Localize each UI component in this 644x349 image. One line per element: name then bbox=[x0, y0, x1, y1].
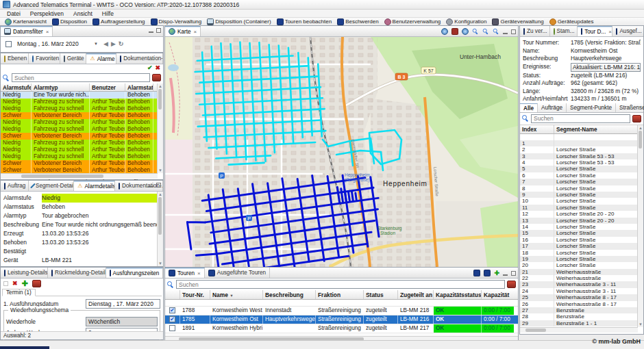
maximize-icon[interactable] bbox=[156, 28, 161, 33]
col-status[interactable]: Status bbox=[364, 290, 398, 299]
alarm-row[interactable]: NiedrigFahrzeug zu schnellArthur TeuberB… bbox=[1, 146, 163, 153]
chevron-down-icon[interactable]: ▼ bbox=[94, 42, 98, 46]
minimize-icon[interactable] bbox=[503, 271, 508, 276]
segment-row[interactable]: 26Weiherhausstraße 8 - 17 bbox=[520, 301, 638, 307]
segment-row[interactable]: 16Lorscher Straße bbox=[520, 237, 638, 243]
tab-datumsfilter[interactable]: Datumsfilter× bbox=[1, 26, 53, 36]
segment-row[interactable]: 7Lorscher Straße bbox=[520, 179, 638, 185]
details-vscrollbar[interactable]: ▲ ▼ bbox=[157, 192, 163, 266]
alarm-row[interactable]: SchwerVerbotener BereichArthur TeuberBeh… bbox=[1, 167, 163, 173]
tab-ausgefuehrt[interactable]: Ausgef... bbox=[612, 26, 643, 36]
alarm-row[interactable]: SchwerVerbotener BereichArthur TeuberBeh… bbox=[1, 112, 163, 119]
segment-row[interactable]: 17Lorscher Straße bbox=[520, 243, 638, 249]
subtab-auftraege[interactable]: Aufträge bbox=[538, 103, 567, 112]
segment-row[interactable]: 8Lorscher Straße bbox=[520, 185, 638, 192]
segment-row[interactable]: 22Weiherhausstraße bbox=[520, 275, 638, 281]
segment-row[interactable]: 5Lorscher Straße bbox=[520, 166, 638, 172]
segment-row[interactable]: 19Lorscher Straße bbox=[520, 256, 638, 262]
segment-row[interactable]: 3Lorscher Straße 53 - 53 bbox=[520, 153, 638, 159]
tab-zu-verteilen[interactable]: Zu ver... bbox=[520, 26, 550, 36]
toolbar-item-5[interactable]: Touren beobachten bbox=[274, 18, 335, 25]
maximize-icon[interactable] bbox=[156, 183, 161, 188]
col-beschreibung[interactable]: Beschreibung bbox=[263, 290, 316, 299]
segment-hscrollbar[interactable] bbox=[520, 327, 638, 333]
print-icon[interactable] bbox=[507, 281, 516, 288]
menu-hilfe[interactable]: Hilfe bbox=[98, 10, 118, 17]
segment-search-input[interactable] bbox=[531, 114, 630, 123]
tab-ausgefuehrte-touren[interactable]: Ausgeführte Touren bbox=[205, 268, 270, 278]
tab-segment-details[interactable]: Segment-Details bbox=[29, 181, 74, 191]
alarm-row[interactable]: NiedrigEine Tour wurde nich...Behoben bbox=[1, 92, 163, 99]
tour-row[interactable]: ✔1785Kornwestheim OstHauptverkehrswegeSt… bbox=[165, 315, 518, 324]
col-name[interactable]: Name ▼ bbox=[210, 290, 263, 299]
toolbar-item-2[interactable]: Auftragserstellung bbox=[90, 18, 147, 25]
alarm-row[interactable]: SchwerVerbotener BereichArthur TeuberBeh… bbox=[1, 160, 163, 167]
prev-day-icon[interactable]: ◀ bbox=[103, 41, 108, 47]
minimize-icon[interactable] bbox=[149, 28, 153, 33]
col-tour-nr[interactable]: Tour-Nr. bbox=[180, 290, 210, 299]
next-day-icon[interactable]: ▶ bbox=[111, 41, 116, 47]
add-date-icon[interactable]: ✚ bbox=[22, 281, 28, 287]
remove-date-icon[interactable]: ✖ bbox=[12, 281, 18, 287]
acknowledge-icon[interactable]: ✔ bbox=[147, 65, 153, 71]
segment-row[interactable]: 25Weiherhausstraße 8 - 17 bbox=[520, 294, 638, 300]
subtab-segment-punkte[interactable]: Segment-Punkte bbox=[567, 103, 616, 112]
map-canvas[interactable]: P P B 3 K 57 Unter-Hambach Heppenheim He… bbox=[165, 37, 518, 267]
segment-row[interactable]: 14Lorscher Straße bbox=[520, 224, 638, 230]
alarm-row[interactable]: SchwerVerbotener BereichArthur TeuberBeh… bbox=[1, 133, 163, 140]
segment-row[interactable]: 1 bbox=[520, 140, 638, 146]
toolbar-item-7[interactable]: Benutzerverwaltung bbox=[382, 18, 444, 25]
toolbar-item-6[interactable]: Beschwerden bbox=[334, 18, 381, 25]
menu-ansicht[interactable]: Ansicht bbox=[69, 10, 97, 17]
toolbar-item-3[interactable]: Dispo-Verwaltung bbox=[148, 18, 205, 25]
map-settings-icon[interactable] bbox=[462, 28, 469, 35]
menu-perspektiven[interactable]: Perspektiven bbox=[26, 10, 68, 17]
tab-ebenen[interactable]: Ebenen bbox=[1, 53, 29, 64]
tour-row[interactable]: ✔1788Kornwestheim WestInnenstadtStraßenr… bbox=[165, 307, 518, 315]
minimize-icon[interactable] bbox=[149, 183, 153, 188]
segment-row[interactable]: 27Benzstraße bbox=[520, 307, 638, 313]
tab-karte[interactable]: Karte× bbox=[165, 26, 201, 36]
alarm-search-input[interactable] bbox=[12, 73, 150, 82]
alarm-row[interactable]: NiedrigFahrzeug zu schnellArthur TeuberB… bbox=[1, 99, 163, 105]
col-index[interactable]: Index bbox=[520, 125, 554, 133]
toolbar-item-1[interactable]: Disposition bbox=[49, 18, 90, 25]
segment-row[interactable]: 15Lorscher Straße bbox=[520, 230, 638, 236]
toolbar-item-4[interactable]: Disposition (Container) bbox=[204, 18, 273, 25]
close-icon[interactable]: × bbox=[162, 270, 163, 276]
zoom-select-icon[interactable] bbox=[473, 29, 479, 35]
maximize-icon[interactable] bbox=[511, 29, 516, 34]
close-icon[interactable]: × bbox=[46, 29, 49, 35]
col-kapazitaet[interactable]: Kapazität bbox=[482, 290, 514, 299]
row-checkbox[interactable] bbox=[169, 325, 175, 331]
alarm-row[interactable]: NiedrigFahrzeug zu schnellArthur TeuberB… bbox=[1, 140, 163, 146]
col-alarmstatus[interactable]: Alarmstat... bbox=[125, 83, 153, 91]
row-checkbox[interactable]: ✔ bbox=[169, 316, 175, 322]
close-icon[interactable]: × bbox=[197, 270, 201, 276]
segment-row[interactable]: 29Benzstraße 1 - 1 bbox=[520, 320, 638, 326]
close-icon[interactable]: × bbox=[194, 29, 197, 35]
print-icon[interactable] bbox=[632, 115, 641, 122]
col-fraktion[interactable]: Fraktion bbox=[316, 290, 364, 299]
close-icon[interactable]: × bbox=[608, 29, 612, 35]
zoom-out-icon[interactable] bbox=[493, 29, 499, 35]
tour-search-input[interactable] bbox=[176, 280, 505, 289]
tab-alarme[interactable]: ⚠Alarme× bbox=[86, 53, 116, 64]
alarm-row[interactable]: NiedrigFahrzeug zu schnellArthur TeuberB… bbox=[1, 153, 163, 160]
tab-ausfuehrungszeiten[interactable]: Ausführungszeiten× bbox=[106, 268, 163, 278]
events-dropdown[interactable]: Aktualisiert: LB-MM 216: 13:1▼ bbox=[571, 63, 641, 72]
col-segment-name[interactable]: Segment-Name bbox=[554, 125, 632, 133]
col-alarmtyp[interactable]: Alarmtyp bbox=[32, 83, 90, 91]
col-kapazitaetsstatus[interactable]: Kapazitätsstatus bbox=[434, 290, 482, 299]
add-tour-icon[interactable]: ✚ bbox=[494, 270, 499, 276]
tab-auftrag[interactable]: Auftrag bbox=[1, 181, 29, 191]
menu-datei[interactable]: Datei bbox=[3, 10, 25, 17]
subtab-termin[interactable]: Termin (1) bbox=[2, 289, 36, 296]
zoom-in-icon[interactable] bbox=[483, 29, 489, 35]
segment-row[interactable]: 9Lorscher Straße bbox=[520, 192, 638, 198]
repeat-select[interactable]: Wöchentlich bbox=[86, 317, 158, 326]
segment-row[interactable]: 18Lorscher Straße bbox=[520, 250, 638, 256]
segment-vscrollbar[interactable]: ▲ ▼ bbox=[637, 125, 643, 327]
refresh-icon[interactable]: ↻ bbox=[119, 41, 124, 47]
tab-favoriten[interactable]: Favoriten bbox=[29, 53, 60, 64]
